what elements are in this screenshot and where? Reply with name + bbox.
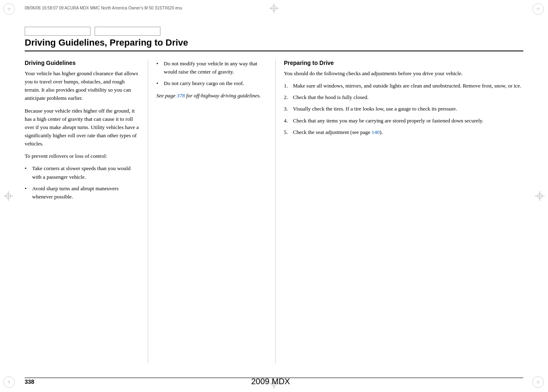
preparing-intro: You should do the following checks and a… — [284, 69, 523, 78]
prepare-item-2: 2. Check that the hood is fully closed. — [284, 93, 523, 101]
prepare-item-5: 5. Check the seat adjustment (see page 1… — [284, 128, 523, 136]
prepare-item-2-text: Check that the hood is fully closed. — [293, 94, 369, 100]
columns: Driving Guidelines Your vehicle has high… — [25, 60, 523, 363]
reg-mark-bl — [3, 376, 16, 389]
middle-bullet-1: Do not modify your vehicle in any way th… — [156, 60, 267, 76]
crosshair-top — [269, 3, 279, 13]
page-title-area: Driving Guidelines, Preparing to Drive — [25, 37, 523, 51]
driving-guidelines-para3: To prevent rollovers or loss of control: — [25, 152, 139, 160]
preparing-to-drive-heading: Preparing to Drive — [284, 60, 523, 66]
prepare-item-1-text: Make sure all windows, mirrors, and outs… — [293, 83, 521, 89]
middle-bullet-2: Do not carry heavy cargo on the roof. — [156, 79, 267, 88]
reg-mark-tr — [532, 3, 545, 16]
tab-bar — [25, 27, 523, 36]
col-left: Driving Guidelines Your vehicle has high… — [25, 60, 148, 363]
middle-bullet-list: Do not modify your vehicle in any way th… — [156, 60, 267, 88]
note-link[interactable]: 378 — [177, 92, 185, 99]
driving-guidelines-para1: Your vehicle has higher ground clearance… — [25, 69, 139, 103]
prepare-item-4: 4. Check that any items you may be carry… — [284, 117, 523, 125]
italic-note: See page 378 for off-highway driving gui… — [156, 92, 267, 100]
driving-guidelines-para2: Because your vehicle rides higher off th… — [25, 107, 139, 148]
tab-rect-2 — [95, 27, 160, 36]
page-number: 338 — [25, 378, 34, 385]
page-content: Driving Guidelines, Preparing to Drive D… — [25, 27, 523, 367]
header-meta: 08/06/06 16:58:07 09 ACURA MDX MMC North… — [25, 6, 182, 10]
prepare-item-1: 1. Make sure all windows, mirrors, and o… — [284, 82, 523, 90]
prepare-item-4-text: Check that any items you may be carrying… — [293, 118, 483, 124]
page-footer: 338 2009 MDX — [25, 377, 523, 386]
page-140-link[interactable]: 140 — [372, 129, 380, 135]
num-3: 3. — [284, 105, 288, 113]
page-title: Driving Guidelines, Preparing to Drive — [25, 37, 523, 48]
left-bullet-list: Take corners at slower speeds than you w… — [25, 164, 139, 201]
left-bullet-1: Take corners at slower speeds than you w… — [25, 164, 139, 181]
reg-mark-br — [532, 376, 545, 389]
num-1: 1. — [284, 82, 288, 90]
prepare-item-3-text: Visually check the tires. If a tire look… — [293, 106, 457, 112]
numbered-list: 1. Make sure all windows, mirrors, and o… — [284, 82, 523, 136]
crosshair-left — [3, 191, 13, 201]
prepare-item-5-text: Check the seat adjustment (see page 140)… — [293, 129, 383, 135]
footer-model: 2009 MDX — [251, 377, 290, 386]
num-5: 5. — [284, 128, 288, 136]
col-right: Preparing to Drive You should do the fol… — [276, 60, 523, 363]
reg-mark-tl — [3, 3, 16, 16]
driving-guidelines-heading: Driving Guidelines — [25, 60, 139, 66]
left-bullet-2: Avoid sharp turns and abrupt maneuvers w… — [25, 184, 139, 201]
prepare-item-3: 3. Visually check the tires. If a tire l… — [284, 105, 523, 113]
tab-rect-1 — [25, 27, 91, 36]
col-middle: Do not modify your vehicle in any way th… — [148, 60, 276, 363]
num-4: 4. — [284, 117, 288, 125]
crosshair-right — [535, 191, 545, 201]
num-2: 2. — [284, 93, 288, 101]
